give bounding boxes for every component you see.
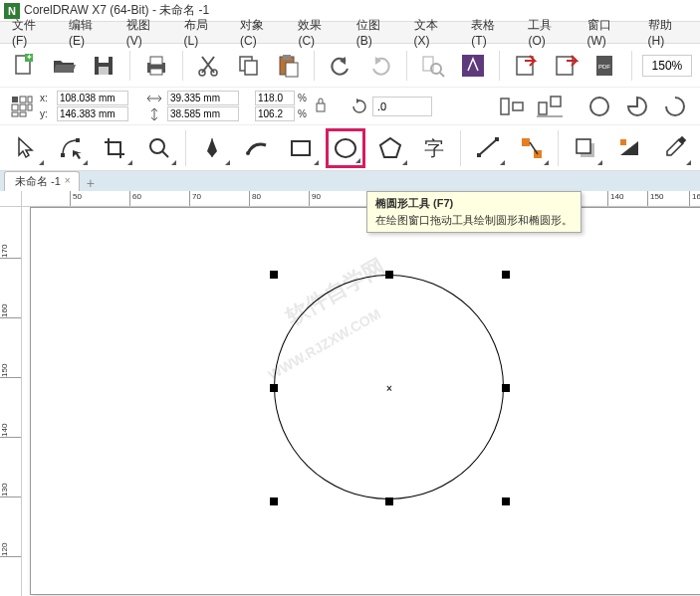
svg-rect-14 (283, 55, 291, 60)
launch-button[interactable] (457, 50, 489, 82)
svg-rect-51 (522, 138, 530, 146)
y-label: y: (40, 107, 54, 121)
menu-edit[interactable]: 编辑(E) (61, 15, 117, 50)
sel-handle-nw[interactable] (270, 271, 278, 279)
svg-text:PDF: PDF (598, 64, 610, 70)
svg-rect-5 (99, 67, 109, 75)
sel-handle-w[interactable] (270, 384, 278, 392)
scale-group: % % (255, 91, 307, 121)
svg-rect-57 (678, 135, 686, 143)
pick-tool[interactable] (6, 128, 47, 168)
dimension-tool[interactable] (467, 128, 508, 168)
text-tool[interactable]: 字 (414, 128, 455, 168)
align-distribute-button[interactable] (533, 92, 567, 121)
menu-text[interactable]: 文本(X) (406, 15, 462, 50)
menu-help[interactable]: 帮助(H) (640, 15, 696, 50)
vruler-tick: 140 (0, 418, 21, 438)
svg-rect-49 (477, 153, 481, 157)
tab-close-icon[interactable]: × (65, 175, 75, 185)
paste-button[interactable] (273, 50, 305, 82)
zoom-level-input[interactable] (642, 55, 692, 77)
cut-button[interactable] (193, 50, 225, 82)
import-button[interactable] (510, 50, 542, 82)
pie-mode-button[interactable] (620, 92, 654, 121)
drawing-canvas[interactable]: 软件自学网 WWW.RJZXW.COM × (22, 207, 700, 596)
svg-rect-8 (150, 69, 162, 75)
svg-rect-28 (20, 104, 26, 110)
hruler-tick: 140 (607, 191, 623, 206)
hruler-tick: 80 (249, 191, 261, 206)
menu-file[interactable]: 文件(F) (4, 15, 59, 50)
menu-table[interactable]: 表格(T) (463, 15, 518, 50)
scale-y-input[interactable] (255, 106, 295, 121)
menu-bitmap[interactable]: 位图(B) (349, 15, 404, 50)
arc-mode-button[interactable] (658, 92, 692, 121)
svg-rect-12 (245, 61, 257, 75)
menu-object[interactable]: 对象(C) (232, 15, 288, 50)
menu-view[interactable]: 视图(V) (118, 15, 174, 50)
sel-handle-sw[interactable] (270, 497, 278, 505)
sel-handle-se[interactable] (502, 497, 510, 505)
svg-rect-21 (557, 57, 573, 75)
hruler-tick: 90 (309, 191, 321, 206)
ellipse-mode-button[interactable] (583, 92, 616, 121)
svg-rect-4 (99, 57, 109, 63)
zoom-tool[interactable] (139, 128, 180, 168)
shape-tool[interactable] (51, 128, 92, 168)
rotation-input[interactable] (372, 97, 432, 116)
svg-rect-25 (20, 97, 26, 102)
svg-rect-30 (12, 112, 18, 116)
connector-tool[interactable] (512, 128, 553, 168)
export-button[interactable] (550, 50, 582, 82)
horizontal-ruler[interactable]: 5060708090100110120130140150160 (22, 191, 700, 207)
copy-button[interactable] (233, 50, 265, 82)
menu-window[interactable]: 窗口(W) (580, 15, 638, 50)
width-input[interactable] (167, 91, 239, 105)
size-group (144, 91, 239, 121)
align-left-button[interactable] (495, 92, 529, 121)
crop-tool[interactable] (95, 128, 135, 168)
sel-handle-ne[interactable] (502, 271, 510, 279)
sel-handle-e[interactable] (502, 384, 510, 392)
rectangle-tool[interactable] (281, 128, 322, 168)
svg-line-18 (440, 73, 444, 77)
redo-button[interactable] (364, 50, 396, 82)
save-button[interactable] (88, 50, 119, 82)
menu-effects[interactable]: 效果(C) (290, 15, 346, 50)
position-group: x: y: (40, 91, 128, 121)
transparency-tool[interactable] (609, 128, 650, 168)
open-button[interactable] (48, 50, 80, 82)
scale-x-input[interactable] (255, 91, 295, 105)
vertical-ruler[interactable]: 170160150140130120 (0, 191, 22, 596)
freehand-tool[interactable] (192, 128, 233, 168)
search-content-button[interactable] (417, 50, 449, 82)
hruler-tick: 160 (689, 191, 700, 206)
sel-handle-s[interactable] (385, 497, 393, 505)
publish-pdf-button[interactable]: PDF (589, 50, 621, 82)
svg-rect-56 (620, 139, 626, 145)
vruler-tick: 150 (0, 358, 21, 378)
new-button[interactable]: ✦ (8, 50, 40, 82)
print-button[interactable] (140, 50, 172, 82)
artistic-media-tool[interactable] (237, 128, 278, 168)
x-input[interactable] (57, 91, 128, 105)
menu-bar: 文件(F) 编辑(E) 视图(V) 布局(L) 对象(C) 效果(C) 位图(B… (0, 22, 700, 44)
polygon-tool[interactable] (369, 128, 410, 168)
sel-handle-n[interactable] (385, 271, 393, 279)
ellipse-tool[interactable] (326, 128, 366, 168)
document-tab[interactable]: 未命名 -1 × (4, 171, 80, 191)
x-label: x: (40, 92, 54, 105)
menu-tools[interactable]: 工具(O) (520, 15, 577, 50)
undo-button[interactable] (325, 50, 356, 82)
svg-rect-24 (12, 97, 18, 102)
add-tab-button[interactable]: + (82, 175, 100, 191)
svg-rect-31 (20, 112, 26, 116)
drop-shadow-tool[interactable] (565, 128, 605, 168)
hruler-tick: 150 (647, 191, 663, 206)
svg-rect-7 (150, 57, 162, 65)
lock-ratio-button[interactable] (311, 93, 331, 120)
y-input[interactable] (57, 106, 128, 121)
eyedropper-tool[interactable] (653, 128, 694, 168)
height-input[interactable] (167, 106, 239, 121)
menu-layout[interactable]: 布局(L) (176, 15, 230, 50)
